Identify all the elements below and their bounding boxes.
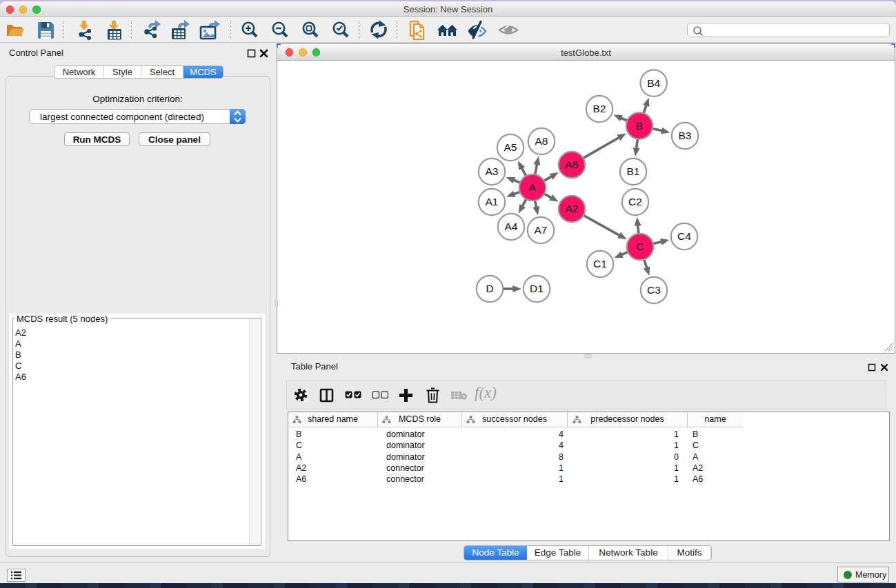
- svg-text:B1: B1: [627, 165, 640, 177]
- svg-text:C2: C2: [628, 196, 642, 207]
- svg-text:A2: A2: [566, 203, 579, 214]
- svg-text:C3: C3: [647, 284, 661, 296]
- svg-text:C1: C1: [593, 258, 607, 270]
- svg-text:A5: A5: [504, 141, 517, 153]
- svg-text:B3: B3: [679, 130, 692, 141]
- svg-text:A3: A3: [486, 165, 499, 177]
- svg-text:A: A: [529, 181, 537, 193]
- svg-text:B4: B4: [647, 77, 660, 89]
- svg-text:A4: A4: [505, 221, 518, 232]
- svg-text:A6: A6: [566, 159, 579, 170]
- svg-text:D1: D1: [530, 283, 544, 294]
- svg-text:D: D: [486, 283, 493, 294]
- svg-text:B2: B2: [593, 103, 606, 114]
- svg-text:A8: A8: [535, 135, 548, 147]
- svg-text:C4: C4: [677, 230, 691, 242]
- svg-text:C: C: [636, 241, 644, 252]
- svg-text:A1: A1: [486, 196, 499, 207]
- svg-text:B: B: [636, 120, 643, 132]
- svg-text:A7: A7: [535, 224, 548, 236]
